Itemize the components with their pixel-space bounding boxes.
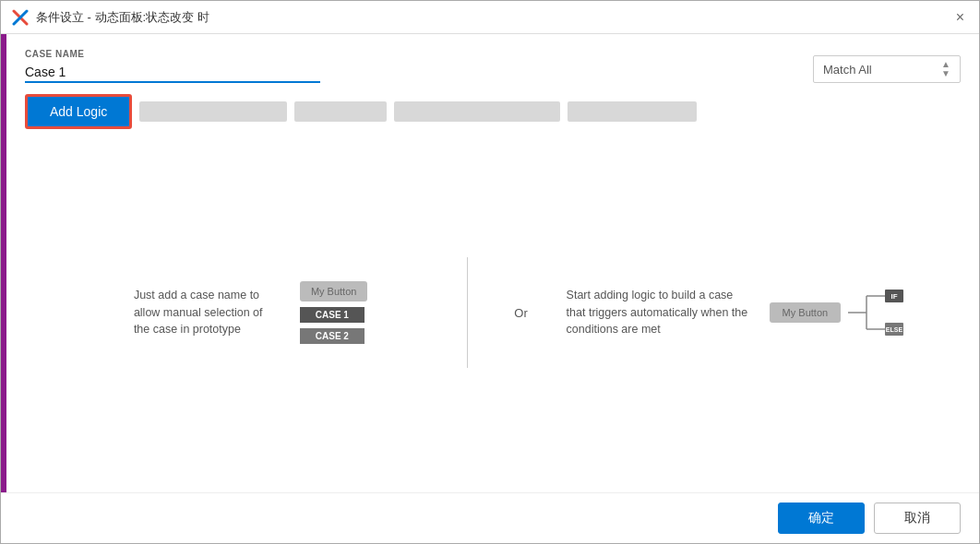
divider [467, 257, 468, 368]
match-all-dropdown[interactable]: Match All ▲▼ [813, 55, 961, 83]
app-icon [12, 9, 29, 26]
svg-text:IF: IF [891, 292, 898, 301]
dropdown-arrow-icon: ▲▼ [941, 60, 950, 78]
case-name-input[interactable] [25, 63, 320, 83]
hint-left: Just add a case name to allow manual sel… [62, 281, 439, 344]
title-bar-left: 条件设立 - 动态面板:状态改变 时 [12, 9, 209, 26]
logic-bar-3 [394, 101, 560, 122]
cancel-button[interactable]: 取消 [874, 503, 961, 534]
add-logic-button[interactable]: Add Logic [25, 94, 132, 129]
or-label: Or [514, 306, 527, 320]
hint-right: Start adding logic to build a case that … [546, 285, 924, 340]
title-bar: 条件设立 - 动态面板:状态改变 时 × [1, 1, 979, 34]
match-all-label: Match All [823, 63, 872, 77]
footer: 确定 取消 [1, 492, 979, 543]
case-name-section: CASE NAME Match All ▲▼ [25, 49, 961, 83]
svg-text:ELSE: ELSE [886, 326, 903, 333]
logic-bar-2 [294, 101, 387, 122]
main-content: CASE NAME Match All ▲▼ Add Logic [6, 34, 979, 492]
hint-mockup-left: My Button CASE 1 CASE 2 [300, 281, 368, 344]
window-title: 条件设立 - 动态面板:状态改变 时 [36, 9, 209, 26]
logic-bar-1 [139, 101, 287, 122]
logic-row: Add Logic [25, 94, 961, 129]
case-name-label: CASE NAME [25, 49, 320, 59]
hint-right-text: Start adding logic to build a case that … [567, 287, 751, 338]
content-area: CASE NAME Match All ▲▼ Add Logic [1, 34, 979, 492]
mock-button-right: My Button [770, 302, 842, 323]
mock-button-left: My Button [300, 281, 368, 302]
confirm-button[interactable]: 确定 [778, 503, 865, 534]
hint-area: Just add a case name to allow manual sel… [25, 148, 961, 478]
branch-diagram: IF ELSE [848, 285, 903, 340]
case-name-left: CASE NAME [25, 49, 320, 83]
logic-placeholder-bars [139, 101, 961, 122]
mock-case1: CASE 1 [300, 307, 365, 323]
mock-case2: CASE 2 [300, 328, 365, 344]
logic-bar-4 [568, 101, 697, 122]
hint-left-text: Just add a case name to allow manual sel… [134, 287, 281, 338]
hint-mockup-right: My Button [770, 285, 904, 340]
main-window: 条件设立 - 动态面板:状态改变 时 × CASE NAME Match All… [0, 0, 980, 544]
close-button[interactable]: × [952, 9, 968, 26]
